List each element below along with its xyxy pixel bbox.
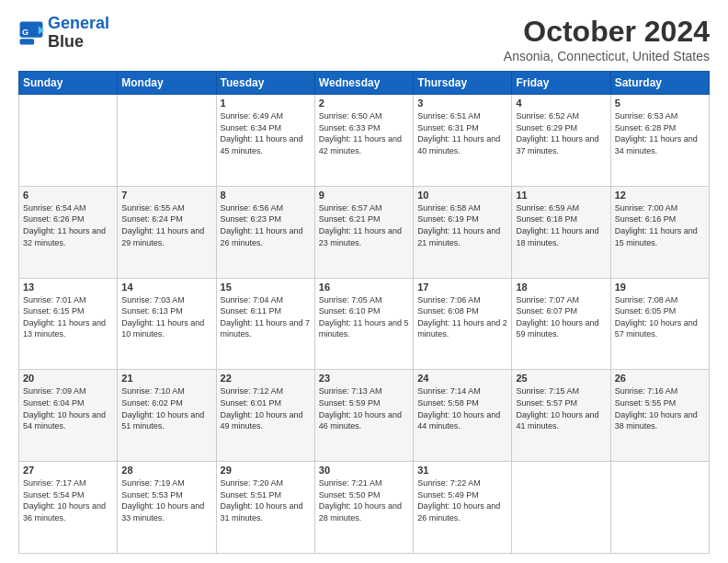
- day-number: 22: [221, 373, 311, 384]
- calendar-cell: 4Sunrise: 6:52 AM Sunset: 6:29 PM Daylig…: [512, 95, 610, 187]
- day-number: 26: [615, 373, 705, 384]
- day-info: Sunrise: 6:50 AM Sunset: 6:33 PM Dayligh…: [319, 110, 409, 156]
- header: G General Blue October 2024 Ansonia, Con…: [18, 15, 710, 63]
- calendar-cell: 15Sunrise: 7:04 AM Sunset: 6:11 PM Dayli…: [216, 278, 314, 370]
- calendar-cell: [610, 462, 709, 554]
- day-info: Sunrise: 6:54 AM Sunset: 6:26 PM Dayligh…: [23, 202, 113, 248]
- day-number: 23: [319, 373, 409, 384]
- day-number: 11: [516, 190, 606, 201]
- col-tuesday: Tuesday: [216, 72, 314, 95]
- day-number: 21: [121, 373, 211, 384]
- day-number: 18: [516, 282, 606, 293]
- day-number: 9: [319, 190, 409, 201]
- day-number: 24: [417, 373, 507, 384]
- calendar-cell: 28Sunrise: 7:19 AM Sunset: 5:53 PM Dayli…: [118, 462, 216, 554]
- calendar-cell: 5Sunrise: 6:53 AM Sunset: 6:28 PM Daylig…: [610, 95, 709, 187]
- week-row-4: 20Sunrise: 7:09 AM Sunset: 6:04 PM Dayli…: [19, 370, 710, 462]
- subtitle: Ansonia, Connecticut, United States: [504, 49, 710, 63]
- day-number: 17: [417, 282, 507, 293]
- day-info: Sunrise: 6:51 AM Sunset: 6:31 PM Dayligh…: [417, 110, 507, 156]
- day-info: Sunrise: 7:07 AM Sunset: 6:07 PM Dayligh…: [516, 294, 606, 340]
- col-wednesday: Wednesday: [314, 72, 413, 95]
- calendar-cell: 30Sunrise: 7:21 AM Sunset: 5:50 PM Dayli…: [314, 462, 413, 554]
- day-info: Sunrise: 6:58 AM Sunset: 6:19 PM Dayligh…: [417, 202, 507, 248]
- day-number: 29: [221, 465, 311, 476]
- day-info: Sunrise: 7:16 AM Sunset: 5:55 PM Dayligh…: [615, 385, 705, 431]
- svg-text:G: G: [22, 27, 28, 36]
- day-number: 7: [121, 190, 211, 201]
- page: G General Blue October 2024 Ansonia, Con…: [0, 0, 728, 563]
- day-number: 3: [417, 98, 507, 109]
- day-info: Sunrise: 6:53 AM Sunset: 6:28 PM Dayligh…: [615, 110, 705, 156]
- day-number: 16: [319, 282, 409, 293]
- calendar-cell: 23Sunrise: 7:13 AM Sunset: 5:59 PM Dayli…: [314, 370, 413, 462]
- day-info: Sunrise: 7:19 AM Sunset: 5:53 PM Dayligh…: [121, 477, 211, 523]
- day-number: 12: [615, 190, 705, 201]
- day-number: 4: [516, 98, 606, 109]
- day-number: 2: [319, 98, 409, 109]
- logo: G General Blue: [18, 15, 109, 52]
- day-number: 1: [221, 98, 311, 109]
- calendar-cell: 12Sunrise: 7:00 AM Sunset: 6:16 PM Dayli…: [610, 186, 709, 278]
- day-info: Sunrise: 7:00 AM Sunset: 6:16 PM Dayligh…: [615, 202, 705, 248]
- calendar-cell: 7Sunrise: 6:55 AM Sunset: 6:24 PM Daylig…: [118, 186, 216, 278]
- day-number: 25: [516, 373, 606, 384]
- col-thursday: Thursday: [414, 72, 512, 95]
- calendar-cell: 19Sunrise: 7:08 AM Sunset: 6:05 PM Dayli…: [610, 278, 709, 370]
- week-row-1: 1Sunrise: 6:49 AM Sunset: 6:34 PM Daylig…: [19, 95, 710, 187]
- logo-line1: General: [48, 14, 109, 32]
- week-row-2: 6Sunrise: 6:54 AM Sunset: 6:26 PM Daylig…: [19, 186, 710, 278]
- day-info: Sunrise: 7:21 AM Sunset: 5:50 PM Dayligh…: [319, 477, 409, 523]
- day-number: 8: [221, 190, 311, 201]
- col-monday: Monday: [118, 72, 216, 95]
- day-number: 15: [221, 282, 311, 293]
- calendar-cell: 27Sunrise: 7:17 AM Sunset: 5:54 PM Dayli…: [19, 462, 118, 554]
- day-info: Sunrise: 6:55 AM Sunset: 6:24 PM Dayligh…: [121, 202, 211, 248]
- calendar-cell: 13Sunrise: 7:01 AM Sunset: 6:15 PM Dayli…: [19, 278, 118, 370]
- day-number: 27: [23, 465, 113, 476]
- day-info: Sunrise: 7:01 AM Sunset: 6:15 PM Dayligh…: [23, 294, 113, 340]
- col-friday: Friday: [512, 72, 610, 95]
- calendar-cell: 1Sunrise: 6:49 AM Sunset: 6:34 PM Daylig…: [216, 95, 314, 187]
- logo-text: General Blue: [48, 15, 109, 52]
- main-title: October 2024: [504, 15, 710, 49]
- logo-line2: Blue: [48, 33, 109, 52]
- day-info: Sunrise: 7:06 AM Sunset: 6:08 PM Dayligh…: [417, 294, 507, 340]
- day-info: Sunrise: 6:57 AM Sunset: 6:21 PM Dayligh…: [319, 202, 409, 248]
- calendar-cell: 16Sunrise: 7:05 AM Sunset: 6:10 PM Dayli…: [314, 278, 413, 370]
- week-row-5: 27Sunrise: 7:17 AM Sunset: 5:54 PM Dayli…: [19, 462, 710, 554]
- calendar-cell: 18Sunrise: 7:07 AM Sunset: 6:07 PM Dayli…: [512, 278, 610, 370]
- day-number: 19: [615, 282, 705, 293]
- day-info: Sunrise: 7:12 AM Sunset: 6:01 PM Dayligh…: [221, 385, 311, 431]
- calendar-table: Sunday Monday Tuesday Wednesday Thursday…: [18, 71, 710, 554]
- calendar-cell: 20Sunrise: 7:09 AM Sunset: 6:04 PM Dayli…: [19, 370, 118, 462]
- day-number: 28: [121, 465, 211, 476]
- calendar-cell: 11Sunrise: 6:59 AM Sunset: 6:18 PM Dayli…: [512, 186, 610, 278]
- calendar-header-row: Sunday Monday Tuesday Wednesday Thursday…: [19, 72, 710, 95]
- title-block: October 2024 Ansonia, Connecticut, Unite…: [504, 15, 710, 63]
- calendar-cell: [19, 95, 118, 187]
- calendar-cell: 6Sunrise: 6:54 AM Sunset: 6:26 PM Daylig…: [19, 186, 118, 278]
- calendar-cell: 31Sunrise: 7:22 AM Sunset: 5:49 PM Dayli…: [414, 462, 512, 554]
- day-number: 5: [615, 98, 705, 109]
- day-info: Sunrise: 7:13 AM Sunset: 5:59 PM Dayligh…: [319, 385, 409, 431]
- day-info: Sunrise: 7:04 AM Sunset: 6:11 PM Dayligh…: [221, 294, 311, 340]
- day-info: Sunrise: 7:08 AM Sunset: 6:05 PM Dayligh…: [615, 294, 705, 340]
- calendar-cell: [118, 95, 216, 187]
- calendar-cell: 26Sunrise: 7:16 AM Sunset: 5:55 PM Dayli…: [610, 370, 709, 462]
- col-saturday: Saturday: [610, 72, 709, 95]
- calendar-cell: 9Sunrise: 6:57 AM Sunset: 6:21 PM Daylig…: [314, 186, 413, 278]
- day-info: Sunrise: 6:52 AM Sunset: 6:29 PM Dayligh…: [516, 110, 606, 156]
- svg-rect-2: [20, 39, 35, 44]
- calendar-cell: 24Sunrise: 7:14 AM Sunset: 5:58 PM Dayli…: [414, 370, 512, 462]
- day-info: Sunrise: 7:10 AM Sunset: 6:02 PM Dayligh…: [121, 385, 211, 431]
- calendar-cell: 2Sunrise: 6:50 AM Sunset: 6:33 PM Daylig…: [314, 95, 413, 187]
- day-info: Sunrise: 6:49 AM Sunset: 6:34 PM Dayligh…: [221, 110, 311, 156]
- day-info: Sunrise: 6:59 AM Sunset: 6:18 PM Dayligh…: [516, 202, 606, 248]
- logo-icon: G: [18, 20, 44, 46]
- day-number: 6: [23, 190, 113, 201]
- calendar-cell: 17Sunrise: 7:06 AM Sunset: 6:08 PM Dayli…: [414, 278, 512, 370]
- calendar-cell: 21Sunrise: 7:10 AM Sunset: 6:02 PM Dayli…: [118, 370, 216, 462]
- day-info: Sunrise: 7:17 AM Sunset: 5:54 PM Dayligh…: [23, 477, 113, 523]
- col-sunday: Sunday: [19, 72, 118, 95]
